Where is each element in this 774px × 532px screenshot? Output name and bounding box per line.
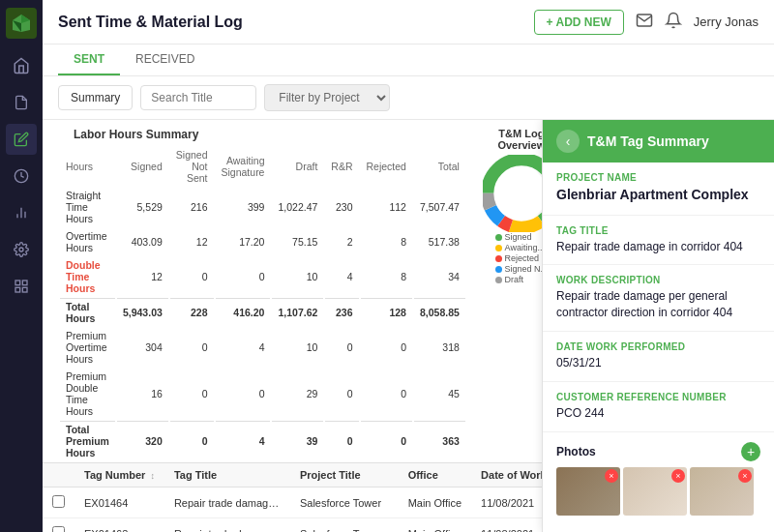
sidebar-chart-icon[interactable] — [6, 197, 37, 228]
summary-signed-not-sent: 0 — [170, 328, 214, 367]
summary-signed-not-sent: 0 — [170, 257, 214, 296]
summary-rr: 2 — [325, 228, 358, 255]
summary-draft: 39 — [272, 421, 323, 460]
summary-label: Total Hours — [60, 298, 115, 326]
panel-header: ‹ T&M Tag Summary — [543, 120, 774, 163]
search-input[interactable] — [140, 85, 256, 110]
photo-thumb-1: × — [556, 467, 620, 516]
photos-header: Photos + — [556, 442, 760, 461]
summary-label: Double Time Hours — [60, 257, 115, 296]
sidebar-edit-icon[interactable] — [6, 124, 37, 155]
mail-icon[interactable] — [636, 12, 653, 33]
customer-ref-label: Customer Reference Number — [556, 392, 760, 402]
sidebar-grid-icon[interactable] — [6, 271, 37, 302]
row-checkbox[interactable] — [52, 495, 65, 508]
sidebar-document-icon[interactable] — [6, 87, 37, 118]
photo-thumb-3: × — [690, 467, 754, 516]
tag-title-label: Tag Title — [556, 225, 760, 236]
col-rejected: Rejected — [361, 147, 412, 186]
back-button[interactable]: ‹ — [556, 130, 580, 153]
summary-signed: 403.09 — [117, 228, 168, 255]
summary-rejected: 0 — [361, 369, 412, 419]
date-work-label: Date Work Performed — [556, 341, 760, 352]
donut-chart — [483, 155, 542, 232]
svg-rect-10 — [15, 287, 20, 292]
summary-awaiting: 416.20 — [216, 298, 271, 326]
tab-received[interactable]: RECEIVED — [120, 44, 210, 75]
summary-draft: 10 — [272, 257, 323, 296]
bell-icon[interactable] — [665, 12, 682, 33]
col-draft: Draft — [272, 147, 323, 186]
photo-remove-1[interactable]: × — [605, 469, 618, 483]
tag-number-cell: EX01464 — [74, 488, 164, 518]
customer-ref-value: PCO 244 — [556, 405, 760, 422]
labor-table: Hours Signed SignedNot Sent AwaitingSign… — [58, 145, 467, 462]
summary-label: Total Premium Hours — [60, 421, 115, 460]
summary-signed: 5,943.03 — [117, 298, 168, 326]
project-name-section: Project Name Glenbriar Apartment Complex — [543, 163, 774, 216]
tab-sent[interactable]: SENT — [58, 44, 120, 75]
app-logo — [6, 8, 37, 39]
date-work-cell: 11/08/2021 — [471, 488, 542, 518]
svg-point-17 — [495, 167, 542, 219]
tag-title-value: Repair trade damage in corridor 404 — [556, 239, 760, 255]
summary-signed-not-sent: 0 — [170, 421, 214, 460]
photo-remove-2[interactable]: × — [671, 469, 685, 483]
project-filter[interactable]: Filter by Project — [264, 84, 390, 111]
svg-rect-9 — [22, 281, 27, 285]
summary-total: 8,058.85 — [414, 298, 465, 326]
summary-draft: 1,022.47 — [272, 188, 323, 226]
summary-draft: 75.15 — [272, 228, 323, 255]
customer-ref-section: Customer Reference Number PCO 244 — [543, 382, 774, 432]
summary-awaiting: 0 — [216, 257, 271, 296]
add-new-button[interactable]: + ADD NEW — [534, 10, 624, 35]
add-photo-button[interactable]: + — [741, 442, 760, 461]
row-checkbox[interactable] — [52, 526, 65, 532]
col-checkbox — [43, 463, 74, 488]
col-rr: R&R — [325, 147, 358, 186]
tag-title-cell: Repair trade damage in hallway ... — [164, 488, 290, 518]
project-title-cell[interactable]: Salesforce Tower — [290, 518, 399, 533]
sidebar-home-icon[interactable] — [6, 50, 37, 81]
summary-rejected: 8 — [361, 257, 412, 296]
summary-total: 7,507.47 — [414, 188, 465, 226]
toolbar: Summary Filter by Project — [43, 76, 774, 120]
chart-legend: Signed Awaiting... Rejected Signed N... … — [495, 232, 542, 285]
summary-rejected: 0 — [361, 421, 412, 460]
table-row: EX01464 Repair trade damage in hallway .… — [43, 488, 542, 518]
summary-total: 34 — [414, 257, 465, 296]
sidebar-clock-icon[interactable] — [6, 161, 37, 192]
sidebar — [0, 0, 43, 532]
summary-total: 318 — [414, 328, 465, 367]
col-signed-not-sent: SignedNot Sent — [170, 147, 214, 186]
tabs-bar: SENT RECEIVED — [43, 44, 774, 76]
col-tag-number[interactable]: Tag Number ↕ — [74, 463, 164, 488]
summary-total: 363 — [414, 421, 465, 460]
chart-section: T&M Log Overview — [475, 120, 542, 462]
work-desc-value: Repair trade damage per general contract… — [556, 288, 760, 321]
summary-awaiting: 4 — [216, 421, 271, 460]
project-title-cell[interactable]: Salesforce Tower — [290, 488, 399, 518]
photos-section: Photos + × × × — [543, 432, 774, 525]
summary-total: 517.38 — [414, 228, 465, 255]
col-project-title: Project Title — [290, 463, 399, 488]
photos-grid: × × × — [556, 467, 760, 516]
sidebar-settings-icon[interactable] — [6, 234, 37, 265]
summary-chart-area: Labor Hours Summary Hours Signed SignedN… — [43, 120, 542, 462]
photo-remove-3[interactable]: × — [738, 469, 752, 483]
summary-rr: 0 — [325, 328, 358, 367]
data-table: Tag Number ↕ Tag Title Project Title Off… — [43, 462, 542, 532]
summary-rejected: 128 — [361, 298, 412, 326]
summary-button[interactable]: Summary — [58, 85, 133, 110]
summary-signed: 304 — [117, 328, 168, 367]
office-cell: Main Office — [399, 518, 471, 533]
summary-rr: 0 — [325, 369, 358, 419]
summary-label: Overtime Hours — [60, 228, 115, 255]
svg-point-7 — [19, 248, 23, 251]
main-content: Sent Time & Material Log + ADD NEW Jerry… — [43, 0, 774, 532]
labor-section: Labor + Apprentice(1) 8.0 ST HR × Forema… — [543, 525, 774, 532]
summary-signed: 12 — [117, 257, 168, 296]
col-total: Total — [414, 147, 465, 186]
content-area: Labor Hours Summary Hours Signed SignedN… — [43, 120, 774, 532]
chart-title: T&M Log Overview — [483, 128, 542, 151]
